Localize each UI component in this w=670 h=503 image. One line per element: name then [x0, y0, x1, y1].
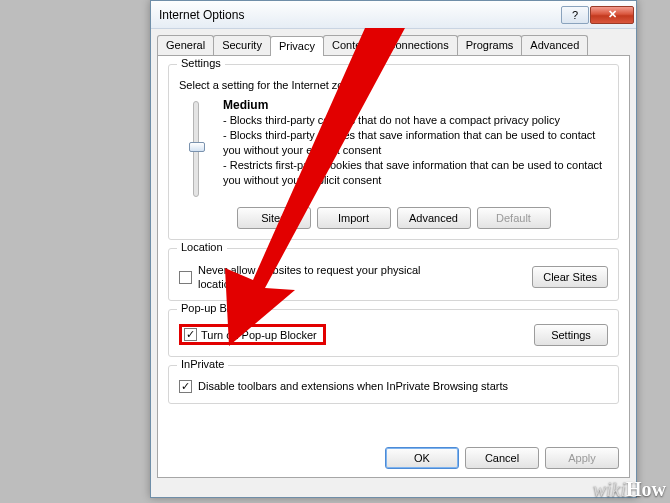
ok-button[interactable]: OK — [385, 447, 459, 469]
tab-programs[interactable]: Programs — [457, 35, 523, 55]
popup-group-label: Pop-up Blocker — [177, 302, 260, 314]
cancel-button[interactable]: Cancel — [465, 447, 539, 469]
watermark: wikiHow — [593, 478, 666, 501]
advanced-button[interactable]: Advanced — [397, 207, 471, 229]
location-group: Location Never allow websites to request… — [168, 248, 619, 301]
settings-group: Settings Select a setting for the Intern… — [168, 64, 619, 240]
settings-group-label: Settings — [177, 57, 225, 69]
popup-highlight-box: ✓ Turn on Pop-up Blocker — [179, 324, 326, 345]
internet-options-dialog: Internet Options ? ✕ General Security Pr… — [150, 0, 637, 498]
popup-blocker-checkbox[interactable]: ✓ — [184, 328, 197, 341]
privacy-level-description: Medium - Blocks third-party cookies that… — [223, 97, 608, 197]
clear-sites-button[interactable]: Clear Sites — [532, 266, 608, 288]
inprivate-group: InPrivate ✓ Disable toolbars and extensi… — [168, 365, 619, 404]
tab-strip: General Security Privacy Content Connect… — [151, 29, 636, 55]
window-title: Internet Options — [159, 8, 560, 22]
import-button[interactable]: Import — [317, 207, 391, 229]
tab-advanced[interactable]: Advanced — [521, 35, 588, 55]
dialog-button-row: OK Cancel Apply — [385, 447, 619, 469]
titlebar: Internet Options ? ✕ — [151, 1, 636, 29]
apply-button: Apply — [545, 447, 619, 469]
location-group-label: Location — [177, 241, 227, 253]
tab-privacy[interactable]: Privacy — [270, 36, 324, 56]
popup-checkbox-label: Turn on Pop-up Blocker — [201, 329, 317, 341]
close-icon: ✕ — [608, 8, 617, 21]
slider-thumb[interactable] — [189, 142, 205, 152]
privacy-panel: Settings Select a setting for the Intern… — [157, 55, 630, 478]
popup-settings-button[interactable]: Settings — [534, 324, 608, 346]
tab-connections[interactable]: Connections — [378, 35, 457, 55]
tab-content[interactable]: Content — [323, 35, 380, 55]
close-button[interactable]: ✕ — [590, 6, 634, 24]
location-checkbox-label: Never allow websites to request your phy… — [198, 263, 438, 292]
location-checkbox[interactable] — [179, 271, 192, 284]
privacy-level-slider[interactable] — [193, 101, 199, 197]
tab-general[interactable]: General — [157, 35, 214, 55]
tab-security[interactable]: Security — [213, 35, 271, 55]
sites-button[interactable]: Sites — [237, 207, 311, 229]
default-button: Default — [477, 207, 551, 229]
inprivate-checkbox[interactable]: ✓ — [179, 380, 192, 393]
inprivate-checkbox-label: Disable toolbars and extensions when InP… — [198, 380, 508, 392]
popup-blocker-group: Pop-up Blocker ✓ Turn on Pop-up Blocker … — [168, 309, 619, 357]
settings-intro: Select a setting for the Internet zone. — [179, 79, 608, 91]
help-button[interactable]: ? — [561, 6, 589, 24]
inprivate-group-label: InPrivate — [177, 358, 228, 370]
privacy-level-name: Medium — [223, 98, 268, 112]
